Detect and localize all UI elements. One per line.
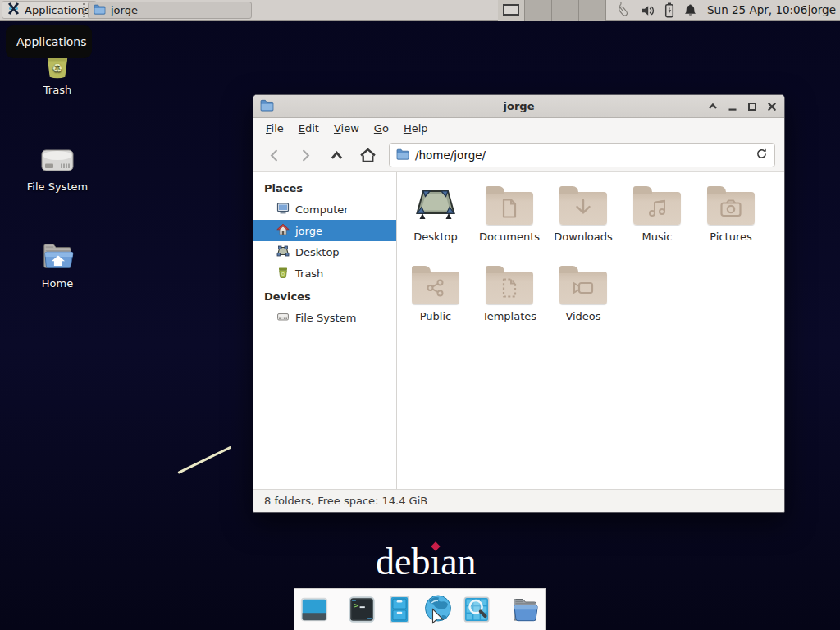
application-finder-icon[interactable]	[461, 593, 492, 626]
window-folder-icon	[260, 99, 274, 115]
folder-icon	[94, 4, 106, 17]
sidebar-item-label: Desktop	[295, 246, 340, 258]
web-browser-icon[interactable]	[422, 593, 454, 626]
menu-view[interactable]: View	[326, 118, 367, 139]
file-item-desktop[interactable]: Desktop	[399, 179, 472, 258]
debian-wallpaper-logo: debıan	[376, 540, 477, 583]
music-folder-icon	[633, 179, 681, 230]
sidebar-item-label: Computer	[295, 203, 349, 216]
file-manager-window: jorge File Edit View Go Help	[253, 94, 785, 513]
file-label: Templates	[482, 310, 536, 322]
file-manager-icon[interactable]	[509, 593, 541, 626]
mouse-settings-icon[interactable]	[614, 2, 632, 19]
home-button[interactable]	[358, 144, 377, 166]
back-button[interactable]	[264, 144, 284, 166]
reload-icon[interactable]	[756, 148, 768, 163]
workspace-1[interactable]	[498, 0, 525, 21]
desktop-mini-icon	[276, 244, 290, 260]
drive-mini-icon	[276, 310, 290, 326]
maximize-button[interactable]	[746, 101, 758, 112]
menu-edit[interactable]: Edit	[291, 118, 326, 139]
file-list: Desktop Documents Downloads	[397, 172, 784, 489]
sidebar-item-filesystem[interactable]: File System	[253, 307, 396, 328]
window-controls	[707, 95, 778, 118]
file-label: Pictures	[710, 231, 751, 243]
sidebar-item-label: Trash	[295, 267, 323, 280]
panel-username[interactable]: jorge	[808, 0, 836, 21]
logo-part: an	[441, 541, 476, 582]
battery-charging-icon[interactable]	[664, 2, 674, 18]
file-item-pictures[interactable]: Pictures	[694, 179, 768, 258]
applications-menu-label: Applications	[25, 4, 89, 16]
menu-help[interactable]: Help	[396, 118, 436, 139]
public-folder-icon	[412, 258, 459, 309]
file-item-templates[interactable]: Templates	[472, 258, 546, 338]
desktop-icon-label: Home	[18, 277, 97, 290]
svg-text:♻: ♻	[281, 270, 285, 276]
shade-button[interactable]	[707, 101, 719, 112]
notifications-bell-icon[interactable]	[683, 3, 697, 17]
xfce-applications-icon	[7, 2, 21, 18]
terminal-icon[interactable]: >	[346, 593, 377, 626]
home-folder-icon	[18, 236, 97, 274]
path-entry[interactable]: /home/jorge/	[389, 143, 775, 167]
logo-part: deb	[376, 541, 430, 582]
minimize-button[interactable]	[727, 101, 738, 112]
titlebar[interactable]: jorge	[253, 95, 784, 118]
workspace-3[interactable]	[552, 0, 579, 21]
desktop-folder-icon	[413, 179, 459, 230]
system-tray	[614, 0, 697, 21]
show-desktop-icon[interactable]	[299, 593, 330, 626]
file-item-music[interactable]: Music	[620, 179, 694, 258]
path-text[interactable]: /home/jorge/	[415, 148, 750, 162]
svg-text:>: >	[354, 600, 359, 609]
logo-i: ı	[430, 541, 441, 582]
toolbar: /home/jorge/	[253, 139, 784, 172]
taskbar-window-button[interactable]: jorge	[88, 2, 252, 19]
sidebar-item-trash[interactable]: ♻ Trash	[253, 262, 396, 284]
desktop-icon-home[interactable]: Home	[18, 236, 97, 290]
sidebar-header-devices: Devices	[253, 286, 396, 307]
close-button[interactable]	[766, 101, 778, 112]
home-icon	[276, 223, 290, 239]
window-content: Places Computer jorge Desktop ♻ Trash	[253, 172, 784, 489]
trash-mini-icon: ♻	[276, 266, 290, 281]
file-item-downloads[interactable]: Downloads	[546, 179, 620, 258]
computer-icon	[276, 202, 290, 217]
workspace-4[interactable]	[579, 0, 606, 21]
sidebar-header-places: Places	[253, 178, 396, 199]
file-cabinet-icon[interactable]	[384, 593, 415, 626]
desktop: Applications jorge	[0, 0, 840, 630]
tooltip-text: Applications	[16, 35, 87, 48]
file-item-public[interactable]: Public	[399, 258, 472, 338]
bottom-dock: >	[294, 588, 546, 630]
svg-text:♻: ♻	[52, 62, 63, 75]
top-panel: Applications jorge	[0, 0, 840, 21]
up-button[interactable]	[326, 144, 346, 166]
documents-folder-icon	[486, 179, 533, 230]
file-item-videos[interactable]: Videos	[546, 258, 620, 338]
workspace-2[interactable]	[525, 0, 552, 21]
file-label: Music	[642, 231, 673, 243]
taskbar-grip	[83, 3, 85, 17]
menu-file[interactable]: File	[258, 118, 291, 139]
menu-go[interactable]: Go	[367, 118, 396, 139]
volume-icon[interactable]	[641, 3, 655, 18]
desktop-icon-label: Trash	[18, 84, 97, 96]
forward-button[interactable]	[295, 144, 315, 166]
downloads-folder-icon	[559, 179, 607, 230]
menubar: File Edit View Go Help	[253, 118, 784, 139]
pictures-folder-icon	[707, 179, 755, 230]
desktop-icon-filesystem[interactable]: File System	[18, 139, 97, 193]
sidebar-item-label: jorge	[295, 225, 322, 237]
taskbar-window-label: jorge	[111, 4, 138, 16]
sidebar-item-jorge[interactable]: jorge	[253, 220, 396, 241]
sidebar-item-computer[interactable]: Computer	[253, 199, 396, 220]
applications-tooltip: Applications	[6, 25, 92, 58]
file-label: Documents	[479, 231, 540, 243]
desktop-icon-label: File System	[18, 180, 97, 193]
file-item-documents[interactable]: Documents	[472, 179, 546, 258]
sidebar-item-desktop[interactable]: Desktop	[253, 241, 396, 262]
file-label: Public	[420, 310, 451, 322]
panel-clock[interactable]: Sun 25 Apr, 10:06	[707, 0, 807, 21]
